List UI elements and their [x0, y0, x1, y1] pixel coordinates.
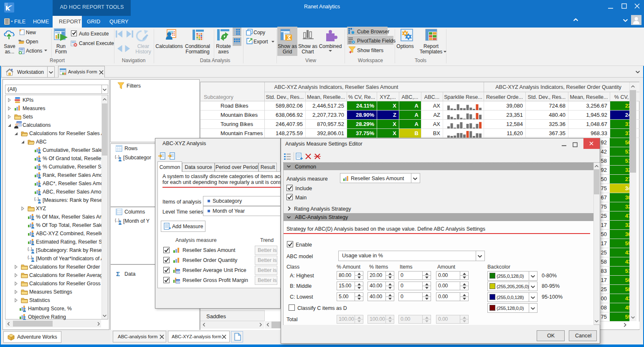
svg-text:{..}: {..}	[28, 255, 32, 259]
svg-text:{..}: {..}	[115, 155, 119, 159]
svg-text:{..}: {..}	[28, 247, 32, 251]
svg-text:{..}: {..}	[115, 218, 119, 222]
svg-text:{..}: {..}	[34, 197, 39, 201]
